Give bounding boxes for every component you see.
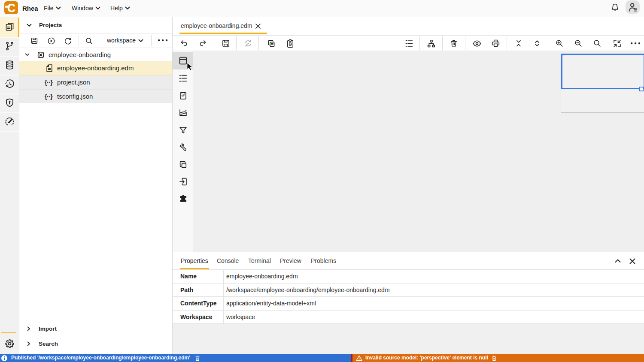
svg-text:C: C (7, 2, 16, 14)
